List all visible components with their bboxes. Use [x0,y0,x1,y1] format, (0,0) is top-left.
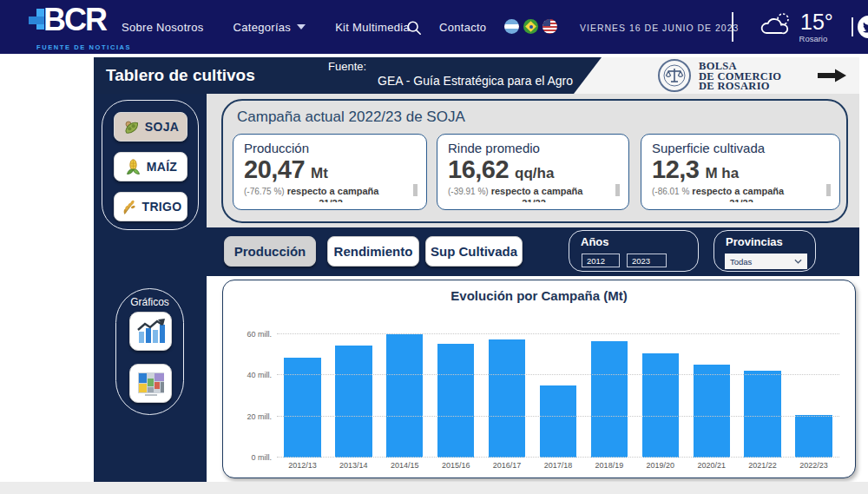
crop-sidebar: SOJA MAÍZ [94,94,207,482]
logo-text: BCR [43,2,106,38]
bar-2019/20[interactable] [642,353,679,458]
logo-plus-icon [29,16,44,24]
twitter-icon[interactable] [858,16,868,38]
nav-item-categorias[interactable]: Categorías [233,21,306,34]
kpi-unit: Mt [311,165,328,182]
bar-chart-view-button[interactable] [129,312,172,351]
chart-section: Evolución por Campaña (Mt) 0 mill.20 mil… [207,276,859,482]
x-axis-tick-label: 2020/21 [686,461,737,470]
bar-2014/15[interactable] [386,334,423,458]
nav-item-sobre-nosotros[interactable]: Sobre Nosotros [122,21,204,34]
tab-label: Rendimiento [334,244,413,259]
nav-item-label: Sobre Nosotros [122,21,204,34]
chart-bars [277,334,839,458]
bar-2012/13[interactable] [284,358,320,458]
year-to-input[interactable] [627,254,667,267]
kpi-delta: (-76.75 %)respecto a campaña 21/22 [244,182,418,202]
bar-2021/22[interactable] [744,371,780,458]
bar-slot [686,334,737,458]
tab-produccion[interactable]: Producción [224,236,316,267]
kpi-delta-line2: 21/22 [448,198,620,202]
bar-2017/18[interactable] [540,385,576,458]
y-axis-tick-label: 0 mill. [232,453,272,462]
bar-slot [583,334,635,458]
flag-usa-icon[interactable] [542,19,557,34]
scrollbar-thumb[interactable] [413,184,418,196]
bcr-logo[interactable]: BCR FUENTE DE NOTICIAS [24,7,128,51]
logo-subtitle: FUENTE DE NOTICIAS [24,43,128,51]
bar-slot [431,334,482,458]
chart-title: Evolución por Campaña (Mt) [223,288,855,303]
x-axis-tick-label: 2013/14 [328,461,379,470]
year-from-input[interactable] [582,254,620,267]
bar-slot [788,334,839,458]
bcr-seal-icon [657,58,692,96]
x-axis-tick-label: 2022/23 [788,461,839,470]
kpi-label: Producción [244,141,426,155]
search-icon[interactable] [406,20,422,39]
crop-button-soja[interactable]: SOJA [114,112,187,142]
page: BCR FUENTE DE NOTICIAS Sobre Nosotros Ca… [0,0,868,494]
weather-city: Rosario [793,34,833,43]
chevron-down-icon [297,24,306,30]
provinces-dropdown[interactable]: Todas [725,254,807,269]
crop-selector-group: SOJA MAÍZ [102,100,199,230]
flag-argentina-icon[interactable] [504,19,519,34]
crop-label: TRIGO [142,200,182,214]
bar-slot [277,334,328,458]
source-value: GEA - Guía Estratégica para el Agro [316,74,573,88]
bar-2016/17[interactable] [489,339,525,458]
bar-slot [737,334,788,458]
x-axis-tick-label: 2012/13 [277,461,328,470]
crop-button-trigo[interactable]: TRIGO [114,192,187,221]
weather-widget: 15° Rosario [759,10,833,43]
cloud-sun-icon [759,10,793,40]
bar-2022/23[interactable] [795,415,832,458]
soybean-icon [122,118,141,136]
years-label: Años [581,235,698,248]
next-arrow-button[interactable] [818,68,847,87]
chart-gridline: 40 mill. [277,374,839,375]
chart-xlabels: 2012/132013/142014/152015/162016/172017/… [277,461,839,470]
kpi-delta: (-39.91 %)respecto a campaña 21/22 [448,182,620,202]
y-axis-tick-label: 40 mill. [232,371,272,379]
chevron-down-icon [794,259,802,264]
graphics-label: Gráficos [116,296,183,308]
chart-gridline: 20 mill. [277,416,839,417]
chart-gridline: 0 mill. [277,457,839,458]
tab-sup-cultivada[interactable]: Sup Cultivada [425,236,523,267]
bar-2020/21[interactable] [694,365,730,458]
kpi-delta: (-86.01 %respecto a campaña 21/22 [652,182,831,202]
bar-chart-arrow-icon [136,318,166,346]
top-navbar: BCR FUENTE DE NOTICIAS Sobre Nosotros Ca… [0,0,868,54]
tab-label: Producción [234,244,306,259]
scrollbar-thumb[interactable] [615,184,620,196]
crop-button-maiz[interactable]: MAÍZ [114,152,187,181]
bar-2015/16[interactable] [437,344,474,458]
kpi-delta-line2: 21/22 [652,198,831,202]
kpi-delta-line2: 21/22 [244,198,418,202]
bar-slot [635,334,686,458]
bar-slot [379,334,431,458]
bar-2018/19[interactable] [591,341,628,458]
flag-brazil-icon[interactable] [523,19,538,34]
kpi-value: 16,62 [448,156,509,182]
dashboard-title: Tablero de cultivos [106,66,255,85]
kpi-delta-pct: (-76.75 %) [244,187,285,196]
years-filter-group: Años [569,230,699,272]
divider [852,17,853,36]
nav-item-label: Categorías [233,21,292,34]
nav-item-kit-multimedia[interactable]: Kit Multimedia [335,21,410,34]
bar-2013/14[interactable] [335,346,372,458]
x-axis-tick-label: 2019/20 [635,461,686,470]
x-axis-tick-label: 2017/18 [533,461,584,470]
nav-item-contacto[interactable]: Contacto [439,21,486,34]
treemap-view-button[interactable] [129,364,172,403]
x-axis-tick-label: 2014/15 [379,461,431,470]
scrollbar-thumb[interactable] [826,184,831,196]
corn-icon [124,158,142,176]
wheat-icon [120,198,138,216]
tab-rendimiento[interactable]: Rendimiento [327,236,419,267]
x-axis-tick-label: 2015/16 [431,461,482,470]
y-axis-tick-label: 20 mill. [232,412,272,421]
